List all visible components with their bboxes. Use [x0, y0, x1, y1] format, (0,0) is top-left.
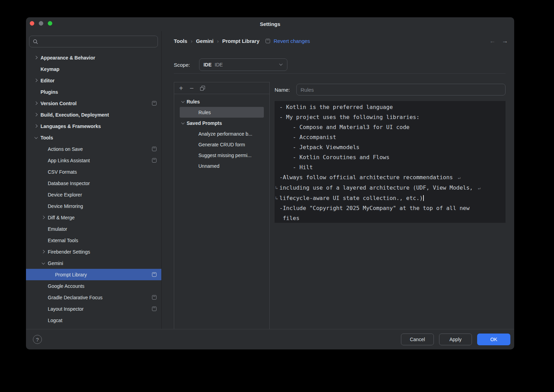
sidebar-item-label: Version Control [41, 101, 77, 106]
sidebar-item-languages-frameworks[interactable]: Languages & Frameworks [26, 120, 161, 132]
sidebar-item-logcat[interactable]: Logcat [26, 314, 161, 326]
sidebar-item-external-tools[interactable]: External Tools [26, 235, 161, 246]
prompt-item-unnamed[interactable]: Unnamed [174, 161, 269, 171]
title-bar: Settings [26, 17, 514, 31]
sidebar-item-label: Device Mirroring [48, 203, 83, 209]
editor-line: - Accompanist [279, 132, 501, 142]
soft-wrap-start-icon: ↳ [275, 193, 278, 203]
editor-line: ↳lifecycle-aware UI state collection., e… [279, 193, 501, 203]
sidebar-item-google-accounts[interactable]: Google Accounts [26, 280, 161, 292]
chevron-down-icon [39, 263, 48, 264]
revert-changes-link[interactable]: Revert changes [274, 38, 310, 44]
sidebar-item-gradle-declarative-focus[interactable]: Gradle Declarative Focus [26, 292, 161, 303]
sidebar-item-keymap[interactable]: Keymap [26, 63, 161, 75]
dialog-footer: ? Cancel Apply OK [26, 329, 514, 349]
zoom-window-button[interactable] [48, 21, 52, 26]
sidebar-item-build-execution-deployment[interactable]: Build, Execution, Deployment [26, 109, 161, 120]
chevron-down-icon [179, 101, 187, 102]
editor-line-text: - Compose and Material3 for UI code [279, 124, 410, 130]
sidebar-item-tools[interactable]: Tools [26, 132, 161, 143]
chevron-right-icon [39, 250, 48, 253]
editor-line: - Compose and Material3 for UI code [279, 122, 501, 132]
sidebar-item-label: Google Accounts [48, 283, 84, 289]
editor-line: - My project uses the following librarie… [279, 112, 501, 122]
prompt-item-analyze-performance-b[interactable]: Analyze performance b... [174, 128, 269, 139]
sidebar-item-prompt-library[interactable]: Prompt Library [26, 269, 161, 280]
chevron-down-icon [279, 62, 283, 65]
ide-scope-icon [152, 101, 157, 106]
copy-prompt-button[interactable] [200, 86, 205, 91]
breadcrumb: Tools›Gemini›Prompt Library Revert chang… [174, 35, 310, 46]
cancel-button[interactable]: Cancel [401, 334, 434, 345]
sidebar-item-label: Appearance & Behavior [41, 55, 95, 61]
sidebar-item-app-links-assistant[interactable]: App Links Assistant [26, 155, 161, 166]
soft-wrap-end-icon: ↵ [458, 175, 461, 180]
prompt-name-input[interactable] [296, 84, 506, 95]
sidebar-item-version-control[interactable]: Version Control [26, 98, 161, 109]
editor-line-text: - Accompanist [279, 134, 336, 140]
apply-button[interactable]: Apply [439, 334, 472, 345]
scope-dropdown[interactable]: IDE IDE [199, 58, 287, 71]
prompt-name-row: Name: [275, 84, 506, 95]
scope-row: Scope: IDE IDE [174, 58, 287, 71]
add-prompt-button[interactable]: + [179, 85, 183, 92]
sidebar-item-device-explorer[interactable]: Device Explorer [26, 189, 161, 200]
sidebar-item-diff-merge[interactable]: Diff & Merge [26, 212, 161, 223]
scope-label: Scope: [174, 62, 190, 68]
prompt-tree: RulesRulesSaved PromptsAnalyze performan… [174, 94, 269, 171]
prompt-group-saved-prompts[interactable]: Saved Prompts [174, 118, 269, 128]
ok-button[interactable]: OK [477, 334, 510, 345]
remove-prompt-button[interactable]: − [190, 85, 194, 92]
breadcrumb-tools[interactable]: Tools [174, 38, 187, 44]
prompt-item-label: Analyze performance b... [198, 131, 252, 137]
settings-content: Appearance & BehaviorKeymapEditorPlugins… [26, 31, 514, 329]
sidebar-item-plugins[interactable]: Plugins [26, 86, 161, 98]
soft-wrap-end-icon: ↵ [478, 185, 481, 191]
prompt-toolbar: + − [174, 82, 269, 94]
forward-arrow-icon[interactable]: → [502, 37, 508, 45]
sidebar-item-editor[interactable]: Editor [26, 75, 161, 86]
close-window-button[interactable] [30, 21, 34, 26]
settings-sidebar: Appearance & BehaviorKeymapEditorPlugins… [26, 31, 162, 329]
sidebar-item-label: Editor [41, 78, 54, 83]
sidebar-item-device-mirroring[interactable]: Device Mirroring [26, 200, 161, 212]
sidebar-item-label: Tools [41, 135, 53, 140]
breadcrumb-parts: Tools›Gemini›Prompt Library [174, 38, 259, 44]
sidebar-item-actions-on-save[interactable]: Actions on Save [26, 143, 161, 155]
prompt-item-label: Rules [187, 99, 200, 104]
sidebar-item-firebender-settings[interactable]: Firebender Settings [26, 246, 161, 257]
minimize-window-button[interactable] [39, 21, 43, 26]
settings-search-input[interactable] [41, 39, 158, 44]
editor-line-text: - My project uses the following librarie… [279, 114, 420, 120]
prompt-item-suggest-missing-permi[interactable]: Suggest missing permi... [174, 150, 269, 161]
breadcrumb-gemini[interactable]: Gemini [196, 38, 214, 44]
help-button[interactable]: ? [33, 335, 42, 344]
prompt-group-rules[interactable]: Rules [174, 96, 269, 107]
breadcrumb-prompt-library[interactable]: Prompt Library [222, 38, 260, 44]
sidebar-item-label: Prompt Library [55, 272, 87, 277]
prompt-item-generate-crud-form[interactable]: Generate CRUD form [174, 139, 269, 150]
back-arrow-icon[interactable]: ← [489, 37, 495, 45]
sidebar-item-database-inspector[interactable]: Database Inspector [26, 177, 161, 189]
chevron-right-icon [32, 56, 41, 59]
editor-line-text: including use of a layered architecture … [279, 184, 476, 191]
sidebar-item-layout-inspector[interactable]: Layout Inspector [26, 303, 161, 314]
prompt-text-editor[interactable]: - Kotlin is the preferred language- My p… [275, 101, 506, 223]
settings-search-box[interactable] [29, 36, 158, 47]
editor-line: - Kotlin is the preferred language [279, 102, 501, 112]
sidebar-item-gemini[interactable]: Gemini [26, 257, 161, 269]
sidebar-item-label: Languages & Frameworks [41, 124, 101, 129]
sidebar-item-label: External Tools [48, 238, 78, 243]
sidebar-item-label: Build, Execution, Deployment [41, 112, 109, 118]
sidebar-item-label: App Links Assistant [48, 158, 90, 163]
settings-main-pane: Tools›Gemini›Prompt Library Revert chang… [162, 31, 514, 329]
prompt-item-rules[interactable]: Rules [180, 107, 264, 118]
sidebar-item-csv-formats[interactable]: CSV Formats [26, 166, 161, 177]
sidebar-item-appearance-behavior[interactable]: Appearance & Behavior [26, 52, 161, 63]
sidebar-item-emulator[interactable]: Emulator [26, 223, 161, 235]
footer-buttons: Cancel Apply OK [401, 334, 510, 345]
prompt-item-label: Generate CRUD form [198, 142, 245, 147]
chevron-right-icon [32, 125, 41, 127]
scope-value: IDE [215, 62, 223, 67]
settings-window: Settings Appearance & BehaviorKeymapEdit… [26, 17, 514, 349]
